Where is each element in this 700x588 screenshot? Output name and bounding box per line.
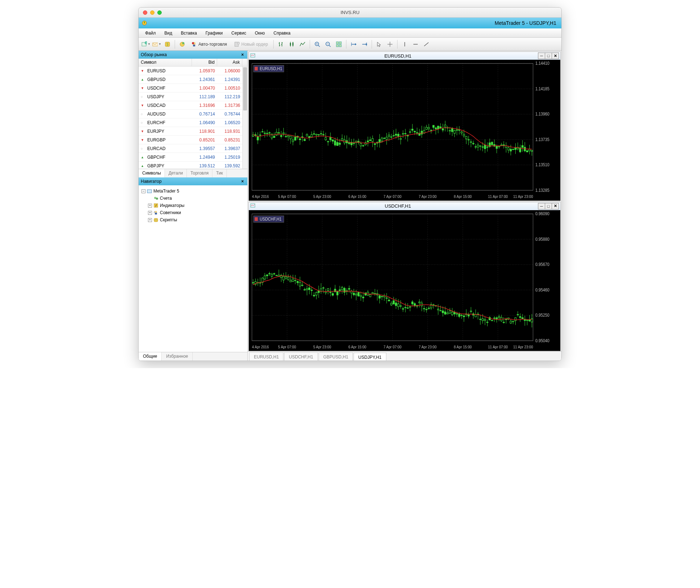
shift-chart-button[interactable] bbox=[349, 39, 359, 49]
tree-item-label: Советники bbox=[160, 210, 181, 215]
maximize-button[interactable]: □ bbox=[545, 203, 552, 209]
auto-scroll-button[interactable] bbox=[359, 39, 369, 49]
close-button[interactable]: ✕ bbox=[552, 53, 559, 59]
minimize-icon[interactable] bbox=[150, 10, 154, 15]
market-row[interactable]: ○ EURCHF 1.06490 1.06520 bbox=[139, 118, 247, 127]
expand-icon[interactable]: + bbox=[148, 211, 152, 215]
tab-common[interactable]: Общие bbox=[139, 352, 162, 361]
menu-service[interactable]: Сервис bbox=[228, 30, 250, 37]
chart-tab[interactable]: USDCHF,H1 bbox=[284, 352, 318, 361]
close-icon[interactable] bbox=[143, 10, 147, 15]
market-row[interactable]: ○ USDJPY 112.189 112.219 bbox=[139, 92, 247, 101]
market-row[interactable]: ▼ EURJPY 118.901 118.931 bbox=[139, 127, 247, 136]
svg-point-12 bbox=[192, 42, 194, 44]
market-watch-button[interactable]: $ bbox=[162, 39, 172, 49]
svg-rect-163 bbox=[334, 141, 336, 145]
svg-rect-395 bbox=[283, 276, 284, 280]
close-button[interactable]: ✕ bbox=[552, 203, 559, 209]
market-row[interactable]: ▼ USDCHF 1.00470 1.00510 bbox=[139, 84, 247, 92]
chart-window[interactable]: EURUSD,H1 ─ □ ✕ 1.144101.141851.139601.1… bbox=[248, 51, 561, 201]
tree-item-experts[interactable]: + Советники bbox=[142, 209, 244, 216]
toolbox-button[interactable] bbox=[177, 39, 187, 49]
market-row[interactable]: ▲ GBPCHF 1.24949 1.25019 bbox=[139, 153, 247, 162]
close-panel-icon[interactable]: × bbox=[240, 179, 245, 184]
bar-chart-button[interactable] bbox=[276, 39, 286, 49]
tree-item-scripts[interactable]: + Скрипты bbox=[142, 216, 244, 223]
svg-rect-529 bbox=[440, 310, 441, 311]
tab-trade[interactable]: Торговля bbox=[187, 169, 212, 177]
chart-canvas[interactable]: 0.960900.958800.956700.954600.952500.950… bbox=[249, 210, 560, 351]
menu-charts[interactable]: Графики bbox=[202, 30, 226, 37]
menu-view[interactable]: Вид bbox=[161, 30, 176, 37]
market-scrollbar[interactable] bbox=[242, 67, 247, 169]
svg-rect-301 bbox=[496, 146, 498, 148]
candle-chart-button[interactable] bbox=[287, 39, 297, 49]
market-row[interactable]: ▲ GBPUSD 1.24361 1.24391 bbox=[139, 75, 247, 84]
vline-button[interactable] bbox=[400, 39, 410, 49]
tab-symbols[interactable]: Символы bbox=[139, 169, 165, 178]
maximize-icon[interactable] bbox=[157, 10, 162, 15]
maximize-button[interactable]: □ bbox=[545, 53, 552, 59]
hline-button[interactable] bbox=[410, 39, 421, 49]
svg-rect-507 bbox=[414, 303, 416, 305]
autotrade-button[interactable]: Авто-торговля bbox=[188, 39, 230, 49]
chart-tab[interactable]: GBPUSD,H1 bbox=[319, 352, 353, 361]
menu-file[interactable]: Файл bbox=[142, 30, 160, 37]
market-row[interactable]: ▼ EURGBP 0.85201 0.85231 bbox=[139, 136, 247, 144]
menu-insert[interactable]: Вставка bbox=[177, 30, 201, 37]
menu-help[interactable]: Справка bbox=[270, 30, 294, 37]
market-row[interactable]: ○ AUDUSD 0.76714 0.76744 bbox=[139, 110, 247, 118]
crosshair-button[interactable] bbox=[385, 39, 395, 49]
tile-windows-button[interactable] bbox=[334, 39, 344, 49]
tree-item-indicators[interactable]: + f Индикаторы bbox=[142, 202, 244, 209]
chart-canvas[interactable]: 1.144101.141851.139601.137351.135101.132… bbox=[249, 60, 560, 201]
new-order-button[interactable]: +Новый ордер bbox=[231, 39, 271, 49]
market-body[interactable]: ▼ EURUSD 1.05970 1.06000▲ GBPUSD 1.24361… bbox=[139, 67, 247, 169]
zoom-in-button[interactable] bbox=[312, 39, 322, 49]
chart-tab[interactable]: EURUSD,H1 bbox=[249, 352, 283, 361]
market-row[interactable]: ▼ EURUSD 1.05970 1.06000 bbox=[139, 67, 247, 75]
tree-root[interactable]: − MetaTrader 5 bbox=[142, 187, 244, 195]
mac-window: INVS.RU MetaTrader 5 - USDJPY,H1 Файл Ви… bbox=[138, 7, 562, 361]
col-ask[interactable]: Ask bbox=[217, 59, 242, 66]
navigator-header[interactable]: Навигатор × bbox=[139, 177, 247, 185]
profiles-button[interactable]: ▼ bbox=[152, 39, 162, 49]
trend-icon: ▼ bbox=[141, 138, 146, 142]
trendline-button[interactable] bbox=[421, 39, 431, 49]
chart-window[interactable]: USDCHF,H1 ─ □ ✕ 0.960900.958800.956700.9… bbox=[248, 202, 561, 352]
svg-rect-403 bbox=[292, 279, 294, 281]
col-symbol[interactable]: Символ bbox=[139, 59, 192, 66]
svg-rect-213 bbox=[393, 135, 395, 136]
chart-title-label: EURUSD,H1 bbox=[257, 53, 538, 59]
scrollbar-thumb[interactable] bbox=[243, 67, 247, 110]
menu-window[interactable]: Окно bbox=[251, 30, 269, 37]
tab-ticks[interactable]: Тик bbox=[212, 169, 227, 177]
collapse-icon[interactable]: − bbox=[142, 189, 145, 193]
market-row[interactable]: ▼ USDCAD 1.31696 1.31736 bbox=[139, 101, 247, 110]
market-watch-header[interactable]: Обзор рынка × bbox=[139, 51, 247, 59]
cursor-button[interactable] bbox=[374, 39, 384, 49]
tab-details[interactable]: Детали bbox=[165, 169, 187, 177]
navigator-tree[interactable]: − MetaTrader 5 Счета + f Индикато bbox=[139, 185, 247, 352]
line-chart-button[interactable] bbox=[297, 39, 308, 49]
mac-titlebar[interactable]: INVS.RU bbox=[139, 8, 561, 18]
col-bid[interactable]: Bid bbox=[192, 59, 217, 66]
svg-rect-245 bbox=[430, 130, 432, 130]
chart-titlebar[interactable]: USDCHF,H1 ─ □ ✕ bbox=[249, 202, 560, 210]
minimize-button[interactable]: ─ bbox=[538, 53, 545, 59]
market-row[interactable]: ▲ GBPJPY 139.512 139.592 bbox=[139, 162, 247, 169]
market-row[interactable]: ○ EURCAD 1.39557 1.39637 bbox=[139, 144, 247, 153]
expand-icon[interactable]: + bbox=[148, 204, 152, 208]
svg-rect-379 bbox=[264, 276, 266, 279]
expand-icon[interactable]: + bbox=[148, 218, 152, 222]
minimize-button[interactable]: ─ bbox=[538, 203, 545, 209]
app-body: Обзор рынка × Символ Bid Ask ▼ EURUSD 1.… bbox=[139, 51, 561, 361]
chart-tab[interactable]: USDJPY,H1 bbox=[354, 353, 386, 361]
new-chart-button[interactable]: +▼ bbox=[141, 39, 151, 49]
app-titlebar[interactable]: MetaTrader 5 - USDJPY,H1 bbox=[139, 18, 561, 28]
tab-favorites[interactable]: Избранное bbox=[162, 352, 193, 361]
zoom-out-button[interactable] bbox=[323, 39, 333, 49]
close-panel-icon[interactable]: × bbox=[240, 52, 245, 57]
chart-titlebar[interactable]: EURUSD,H1 ─ □ ✕ bbox=[249, 52, 560, 60]
tree-item-accounts[interactable]: Счета bbox=[142, 195, 244, 202]
